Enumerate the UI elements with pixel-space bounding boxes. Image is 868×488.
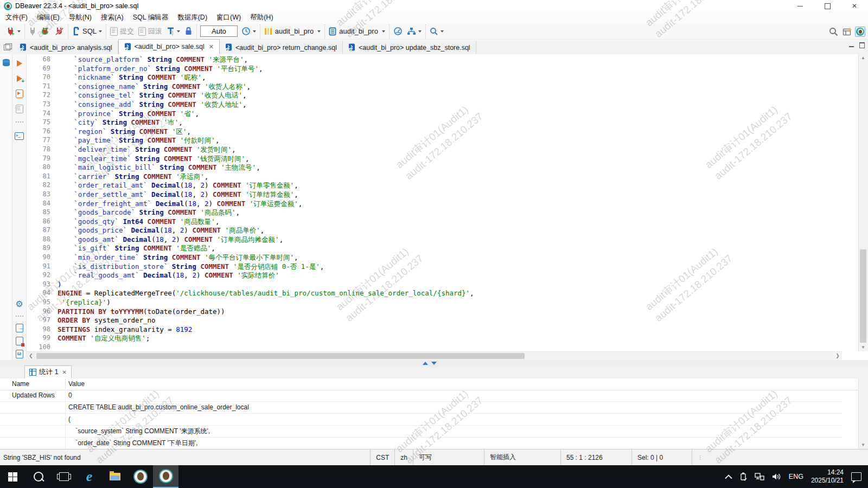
minimize-button[interactable] xyxy=(787,0,814,12)
stats-row[interactable]: Updated Rows0 xyxy=(0,390,842,402)
dbeaver-taskbar-button-active[interactable] xyxy=(153,465,178,488)
editor-tab[interactable]: <audit_bi_pro> analysis.sql xyxy=(14,41,118,54)
code-area[interactable]: 68 `source_platform` String COMMENT '来源平… xyxy=(27,54,842,351)
dbeaver-taskbar-button[interactable] xyxy=(127,465,153,488)
open-perspective-button[interactable] xyxy=(841,26,854,37)
sql-editor-button[interactable]: SQL xyxy=(71,25,104,37)
code-line[interactable]: 76 `region` String COMMENT '区', xyxy=(27,127,842,137)
code-line[interactable]: 97ORDER BY system_order_no xyxy=(27,316,842,325)
close-tab-icon[interactable]: ✕ xyxy=(62,369,66,375)
commit-mode-selector[interactable]: Auto xyxy=(200,25,238,37)
dbeaver-perspective-button[interactable] xyxy=(855,27,865,37)
usb-device-icon[interactable] xyxy=(740,472,747,481)
code-line[interactable]: 79 `mgclear_time` String COMMENT '钱货两清时间… xyxy=(27,155,842,164)
internet-explorer-button[interactable]: e xyxy=(76,465,102,488)
database-navigator-icon[interactable] xyxy=(2,59,11,67)
stats-tab[interactable]: 统计 1 ✕ xyxy=(24,365,72,378)
action-center-icon[interactable] xyxy=(851,472,861,481)
close-button[interactable]: ✕ xyxy=(841,0,868,12)
code-line[interactable]: 73 `consignee_add` String COMMENT '收货人地址… xyxy=(27,100,842,110)
dashboard-button[interactable] xyxy=(392,25,404,37)
stats-row[interactable]: ( xyxy=(0,414,842,426)
code-line[interactable]: 90 `min_order_time` String COMMENT '每个平台… xyxy=(27,253,842,262)
close-tab-icon[interactable]: ✕ xyxy=(209,43,214,50)
code-line[interactable]: 99COMMENT '自定义电商销售'; xyxy=(27,334,842,343)
code-line[interactable]: 87 `goods_price` Decimal(18, 2) COMMENT … xyxy=(27,226,842,235)
menu-item[interactable]: 搜索(A) xyxy=(101,13,124,22)
code-line[interactable]: 83 `order_settle_amt` Decimal(18, 2) COM… xyxy=(27,190,842,200)
panel-sash[interactable] xyxy=(0,360,868,367)
code-line[interactable]: 74 `province` String COMMENT '省', xyxy=(27,110,842,119)
editor-tab[interactable]: <audit_bi_pro> sale.sql✕ xyxy=(118,39,220,54)
code-line[interactable]: 68 `source_platform` String COMMENT '来源平… xyxy=(27,55,842,65)
reconnect-button[interactable] xyxy=(40,25,52,37)
sash-expand-icon[interactable] xyxy=(423,362,428,365)
connection-selector[interactable]: audit_bi_pro xyxy=(263,26,323,37)
stats-row[interactable]: CREATE TABLE audit_bi_pro.custom_online_… xyxy=(0,402,842,414)
quick-access-search-button[interactable] xyxy=(827,26,840,37)
script-log-button[interactable] xyxy=(15,349,24,358)
input-language[interactable]: ENG xyxy=(789,473,803,480)
code-line[interactable]: 93) xyxy=(27,280,842,290)
execute-new-tab-button[interactable]: + xyxy=(15,74,24,83)
code-line[interactable]: 69 `platform_order_no` String COMMENT '平… xyxy=(27,65,842,74)
taskbar-search-button[interactable] xyxy=(25,465,51,488)
tray-expand-icon[interactable] xyxy=(725,474,732,479)
sql-terminal-button[interactable]: >_ xyxy=(15,131,24,140)
menu-item[interactable]: 窗口(W) xyxy=(216,13,241,22)
file-explorer-button[interactable] xyxy=(102,465,127,488)
column-header-value[interactable]: Value xyxy=(66,378,85,390)
editor-tab[interactable]: <audit_bi_pro> return_change.sql xyxy=(220,41,343,54)
start-button[interactable] xyxy=(0,465,25,488)
code-line[interactable]: 78 `deliver_time` String COMMENT '发货时间', xyxy=(27,145,842,155)
hscroll-thumb[interactable] xyxy=(36,353,525,359)
minimize-editor-icon[interactable] xyxy=(849,46,854,47)
maximize-editor-icon[interactable] xyxy=(859,42,865,48)
code-line[interactable]: 72 `consignee_tel` String COMMENT '收货人电话… xyxy=(27,91,842,100)
code-line[interactable]: 94ENGINE = ReplicatedMergeTree('/clickho… xyxy=(27,289,842,298)
restore-view-button[interactable] xyxy=(0,40,14,54)
taskbar-clock[interactable]: 14:24 2025/10/21 xyxy=(811,468,844,485)
code-line[interactable]: 96PARTITION BY toYYYYMM(toDate(order_dat… xyxy=(27,307,842,317)
speaker-icon[interactable] xyxy=(772,473,781,480)
code-line[interactable]: 70 `nickname` String COMMENT '昵称', xyxy=(27,73,842,82)
scroll-down-icon[interactable]: ▼ xyxy=(859,441,867,449)
explain-plan-button[interactable] xyxy=(15,104,24,113)
menu-item[interactable]: 导航(N) xyxy=(69,13,92,22)
network-profile-button[interactable] xyxy=(405,26,423,37)
search-metadata-button[interactable] xyxy=(428,26,445,37)
menu-item[interactable]: 帮助(H) xyxy=(250,13,273,22)
sash-collapse-icon[interactable] xyxy=(431,362,437,365)
editor-vscrollbar[interactable]: ▲ ▼ xyxy=(858,54,868,351)
code-line[interactable]: 98SETTINGS index_granularity = 8192 xyxy=(27,325,842,335)
lock-button[interactable] xyxy=(183,25,194,37)
column-header-name[interactable]: Name xyxy=(0,378,66,390)
code-line[interactable]: 80 `main_logistic_bill` String COMMENT '… xyxy=(27,163,842,172)
code-line[interactable]: 71 `consignee_name` String COMMENT '收货人名… xyxy=(27,82,842,92)
stats-row[interactable]: `order_date` String COMMENT '下单日期', xyxy=(0,438,842,449)
task-view-button[interactable] xyxy=(51,465,76,488)
transaction-log-button[interactable] xyxy=(240,25,258,37)
execute-statement-button[interactable] xyxy=(15,59,24,68)
export-resultset-button[interactable] xyxy=(15,323,24,332)
rollback-button[interactable]: 回滚 xyxy=(137,25,164,37)
code-line[interactable]: 75 `city` String COMMENT '市', xyxy=(27,118,842,127)
code-line[interactable]: 85 `goods_barcode` String COMMENT '商品条码'… xyxy=(27,208,842,217)
code-line[interactable]: 84 `order_freight_amt` Decimal(18, 2) CO… xyxy=(27,200,842,209)
execute-script-button[interactable] xyxy=(15,89,24,98)
menu-item[interactable]: 数据库(D) xyxy=(177,13,207,22)
code-line[interactable]: 81 `carrier` String COMMENT '承运商', xyxy=(27,172,842,182)
code-line[interactable]: 82 `order_retail_amt` Decimal(18, 2) COM… xyxy=(27,181,842,190)
network-icon[interactable] xyxy=(755,473,764,480)
stats-row[interactable]: `source_system` String COMMENT '来源系统', xyxy=(0,426,842,438)
menu-item[interactable]: SQL 编辑器 xyxy=(133,13,169,22)
commit-button[interactable]: 提交 xyxy=(108,25,136,37)
code-line[interactable]: 91 `is_distribution_store` String COMMEN… xyxy=(27,262,842,272)
code-line[interactable]: 77 `pay_time` String COMMENT '付款时间', xyxy=(27,136,842,145)
menu-item[interactable]: 文件(F) xyxy=(5,13,28,22)
status-caret-position[interactable]: 55 : 1 : 2126 xyxy=(560,450,631,465)
code-line[interactable]: 100 xyxy=(27,343,842,351)
scroll-up-icon[interactable]: ▲ xyxy=(859,54,867,62)
disconnect-button[interactable] xyxy=(53,25,66,37)
connect-button[interactable] xyxy=(27,25,39,37)
